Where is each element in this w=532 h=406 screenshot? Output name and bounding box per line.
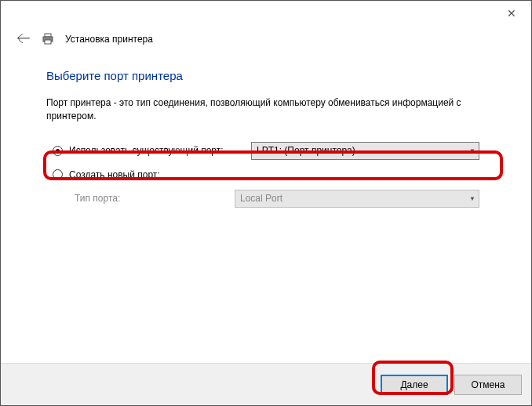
printer-icon	[42, 33, 54, 45]
next-button[interactable]: Далее	[381, 375, 448, 395]
port-type-value: Local Port	[240, 193, 282, 204]
back-button[interactable]: 🡠	[16, 31, 31, 47]
close-button[interactable]: ✕	[500, 2, 523, 25]
chevron-down-icon: ▼	[469, 195, 476, 202]
cancel-button[interactable]: Отмена	[454, 375, 522, 395]
svg-point-3	[50, 38, 52, 39]
content-area: Выберите порт принтера Порт принтера - э…	[1, 50, 531, 363]
next-button-label: Далее	[400, 379, 428, 390]
page-description: Порт принтера - это тип соединения, позв…	[46, 96, 486, 123]
radio-label-create-new: Создать новый порт:	[69, 169, 245, 180]
option-create-new-port[interactable]: Создать новый порт:	[46, 165, 486, 185]
svg-rect-0	[45, 34, 51, 37]
option-use-existing-port[interactable]: Использовать существующий порт: LPT1: (П…	[46, 137, 486, 165]
footer: Далее Отмена	[1, 363, 531, 405]
radio-create-new[interactable]	[53, 169, 63, 179]
arrow-left-icon: 🡠	[16, 31, 31, 46]
titlebar: ✕	[1, 1, 531, 26]
port-type-row: Тип порта: Local Port ▼	[46, 185, 486, 212]
port-type-label: Тип порта:	[75, 193, 228, 204]
existing-port-value: LPT1: (Порт принтера)	[257, 145, 355, 156]
wizard-title: Установка принтера	[65, 34, 153, 45]
wizard-header: 🡠 Установка принтера	[1, 26, 531, 50]
wizard-window: ✕ 🡠 Установка принтера Выберите порт при…	[0, 0, 532, 406]
svg-rect-2	[45, 40, 51, 44]
port-type-select: Local Port ▼	[235, 190, 479, 208]
radio-label-use-existing: Использовать существующий порт:	[69, 145, 245, 156]
close-icon: ✕	[507, 7, 516, 20]
cancel-button-label: Отмена	[471, 379, 505, 390]
page-heading: Выберите порт принтера	[46, 69, 486, 82]
existing-port-select[interactable]: LPT1: (Порт принтера) ▼	[251, 142, 479, 160]
chevron-down-icon: ▼	[469, 147, 476, 154]
radio-use-existing[interactable]	[53, 146, 63, 156]
